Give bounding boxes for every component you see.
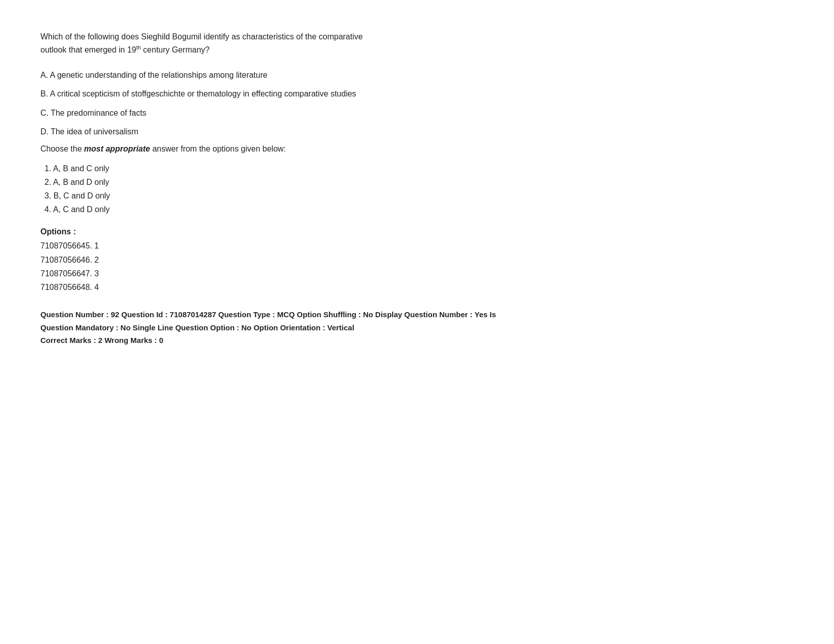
question-line1: Which of the following does Sieghild Bog… — [40, 32, 363, 41]
choose-bold-italic: most appropriate — [84, 144, 150, 153]
superscript: th — [136, 44, 141, 51]
metadata-section: Question Number : 92 Question Id : 71087… — [40, 308, 566, 347]
page-container: Which of the following does Sieghild Bog… — [0, 0, 607, 377]
metadata-line3: Correct Marks : 2 Wrong Marks : 0 — [40, 334, 566, 347]
numbered-option-2: 2. A, B and D only — [44, 175, 566, 189]
choose-line: Choose the most appropriate answer from … — [40, 144, 566, 154]
option-id-2: 71087056646. 2 — [40, 253, 566, 267]
numbered-options: 1. A, B and C only 2. A, B and D only 3.… — [44, 162, 566, 217]
question-line2-end: century Germany? — [141, 45, 210, 54]
option-d: D. The idea of universalism — [40, 125, 566, 138]
question-line2-start: outlook that emerged in 19 — [40, 45, 136, 54]
question-text: Which of the following does Sieghild Bog… — [40, 30, 566, 57]
option-id-1: 71087056645. 1 — [40, 239, 566, 253]
option-id-3: 71087056647. 3 — [40, 267, 566, 280]
options-section: Options : 71087056645. 1 71087056646. 2 … — [40, 225, 566, 294]
metadata-line1: Question Number : 92 Question Id : 71087… — [40, 308, 566, 321]
metadata-line2: Question Mandatory : No Single Line Ques… — [40, 321, 566, 334]
numbered-option-1: 1. A, B and C only — [44, 162, 566, 175]
numbered-option-4: 4. A, C and D only — [44, 203, 566, 216]
option-c: C. The predominance of facts — [40, 107, 566, 120]
options-label: Options : — [40, 225, 566, 239]
option-a: A. A genetic understanding of the relati… — [40, 69, 566, 82]
option-b: B. A critical scepticism of stoffgeschic… — [40, 87, 566, 101]
choose-suffix: answer from the options given below: — [150, 144, 286, 153]
option-id-4: 71087056648. 4 — [40, 280, 566, 294]
choose-prefix: Choose the — [40, 144, 84, 153]
numbered-option-3: 3. B, C and D only — [44, 189, 566, 203]
